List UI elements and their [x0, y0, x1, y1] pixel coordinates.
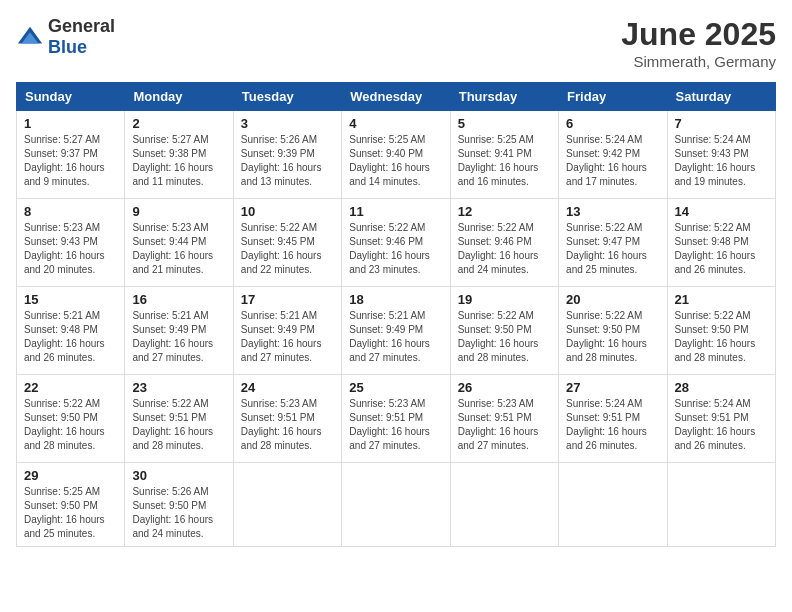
- table-cell: 10Sunrise: 5:22 AMSunset: 9:45 PMDayligh…: [233, 199, 341, 287]
- day-info: Sunrise: 5:22 AMSunset: 9:50 PMDaylight:…: [566, 309, 659, 365]
- day-info: Sunrise: 5:23 AMSunset: 9:51 PMDaylight:…: [349, 397, 442, 453]
- table-cell: 1Sunrise: 5:27 AMSunset: 9:37 PMDaylight…: [17, 111, 125, 199]
- table-cell: 30Sunrise: 5:26 AMSunset: 9:50 PMDayligh…: [125, 463, 233, 547]
- table-cell: 2Sunrise: 5:27 AMSunset: 9:38 PMDaylight…: [125, 111, 233, 199]
- table-cell: [559, 463, 667, 547]
- day-number: 14: [675, 204, 768, 219]
- day-info: Sunrise: 5:26 AMSunset: 9:39 PMDaylight:…: [241, 133, 334, 189]
- day-info: Sunrise: 5:23 AMSunset: 9:43 PMDaylight:…: [24, 221, 117, 277]
- logo-text: General Blue: [48, 16, 115, 58]
- day-info: Sunrise: 5:21 AMSunset: 9:49 PMDaylight:…: [132, 309, 225, 365]
- day-number: 1: [24, 116, 117, 131]
- week-row: 8Sunrise: 5:23 AMSunset: 9:43 PMDaylight…: [17, 199, 776, 287]
- logo: General Blue: [16, 16, 115, 58]
- day-info: Sunrise: 5:22 AMSunset: 9:48 PMDaylight:…: [675, 221, 768, 277]
- table-cell: 28Sunrise: 5:24 AMSunset: 9:51 PMDayligh…: [667, 375, 775, 463]
- day-info: Sunrise: 5:26 AMSunset: 9:50 PMDaylight:…: [132, 485, 225, 541]
- day-info: Sunrise: 5:22 AMSunset: 9:45 PMDaylight:…: [241, 221, 334, 277]
- day-number: 26: [458, 380, 551, 395]
- header-saturday: Saturday: [667, 83, 775, 111]
- logo-blue: Blue: [48, 37, 87, 57]
- day-number: 4: [349, 116, 442, 131]
- day-info: Sunrise: 5:24 AMSunset: 9:51 PMDaylight:…: [566, 397, 659, 453]
- table-cell: 23Sunrise: 5:22 AMSunset: 9:51 PMDayligh…: [125, 375, 233, 463]
- table-cell: 16Sunrise: 5:21 AMSunset: 9:49 PMDayligh…: [125, 287, 233, 375]
- table-cell: 19Sunrise: 5:22 AMSunset: 9:50 PMDayligh…: [450, 287, 558, 375]
- table-cell: 15Sunrise: 5:21 AMSunset: 9:48 PMDayligh…: [17, 287, 125, 375]
- table-cell: 6Sunrise: 5:24 AMSunset: 9:42 PMDaylight…: [559, 111, 667, 199]
- day-number: 25: [349, 380, 442, 395]
- day-number: 20: [566, 292, 659, 307]
- day-number: 6: [566, 116, 659, 131]
- day-info: Sunrise: 5:22 AMSunset: 9:50 PMDaylight:…: [458, 309, 551, 365]
- day-number: 8: [24, 204, 117, 219]
- day-info: Sunrise: 5:21 AMSunset: 9:48 PMDaylight:…: [24, 309, 117, 365]
- day-number: 29: [24, 468, 117, 483]
- day-number: 13: [566, 204, 659, 219]
- day-number: 3: [241, 116, 334, 131]
- day-number: 10: [241, 204, 334, 219]
- day-number: 17: [241, 292, 334, 307]
- day-info: Sunrise: 5:21 AMSunset: 9:49 PMDaylight:…: [349, 309, 442, 365]
- calendar-table: Sunday Monday Tuesday Wednesday Thursday…: [16, 82, 776, 547]
- day-number: 5: [458, 116, 551, 131]
- table-cell: 21Sunrise: 5:22 AMSunset: 9:50 PMDayligh…: [667, 287, 775, 375]
- day-info: Sunrise: 5:22 AMSunset: 9:50 PMDaylight:…: [24, 397, 117, 453]
- day-number: 11: [349, 204, 442, 219]
- day-number: 2: [132, 116, 225, 131]
- week-row: 22Sunrise: 5:22 AMSunset: 9:50 PMDayligh…: [17, 375, 776, 463]
- day-info: Sunrise: 5:24 AMSunset: 9:51 PMDaylight:…: [675, 397, 768, 453]
- table-cell: 11Sunrise: 5:22 AMSunset: 9:46 PMDayligh…: [342, 199, 450, 287]
- day-number: 23: [132, 380, 225, 395]
- day-info: Sunrise: 5:23 AMSunset: 9:44 PMDaylight:…: [132, 221, 225, 277]
- day-info: Sunrise: 5:25 AMSunset: 9:50 PMDaylight:…: [24, 485, 117, 541]
- table-cell: 25Sunrise: 5:23 AMSunset: 9:51 PMDayligh…: [342, 375, 450, 463]
- table-cell: 8Sunrise: 5:23 AMSunset: 9:43 PMDaylight…: [17, 199, 125, 287]
- day-info: Sunrise: 5:21 AMSunset: 9:49 PMDaylight:…: [241, 309, 334, 365]
- table-cell: 24Sunrise: 5:23 AMSunset: 9:51 PMDayligh…: [233, 375, 341, 463]
- title-block: June 2025 Simmerath, Germany: [621, 16, 776, 70]
- table-cell: 17Sunrise: 5:21 AMSunset: 9:49 PMDayligh…: [233, 287, 341, 375]
- table-cell: 27Sunrise: 5:24 AMSunset: 9:51 PMDayligh…: [559, 375, 667, 463]
- day-info: Sunrise: 5:24 AMSunset: 9:42 PMDaylight:…: [566, 133, 659, 189]
- table-cell: 14Sunrise: 5:22 AMSunset: 9:48 PMDayligh…: [667, 199, 775, 287]
- weekday-header-row: Sunday Monday Tuesday Wednesday Thursday…: [17, 83, 776, 111]
- day-number: 18: [349, 292, 442, 307]
- day-number: 21: [675, 292, 768, 307]
- day-info: Sunrise: 5:25 AMSunset: 9:40 PMDaylight:…: [349, 133, 442, 189]
- day-number: 9: [132, 204, 225, 219]
- table-cell: [450, 463, 558, 547]
- day-number: 19: [458, 292, 551, 307]
- table-cell: [233, 463, 341, 547]
- day-number: 28: [675, 380, 768, 395]
- month-title: June 2025: [621, 16, 776, 53]
- day-info: Sunrise: 5:27 AMSunset: 9:37 PMDaylight:…: [24, 133, 117, 189]
- location: Simmerath, Germany: [621, 53, 776, 70]
- day-info: Sunrise: 5:23 AMSunset: 9:51 PMDaylight:…: [241, 397, 334, 453]
- day-number: 30: [132, 468, 225, 483]
- table-cell: 7Sunrise: 5:24 AMSunset: 9:43 PMDaylight…: [667, 111, 775, 199]
- day-info: Sunrise: 5:24 AMSunset: 9:43 PMDaylight:…: [675, 133, 768, 189]
- table-cell: 5Sunrise: 5:25 AMSunset: 9:41 PMDaylight…: [450, 111, 558, 199]
- logo-icon: [16, 23, 44, 51]
- header-tuesday: Tuesday: [233, 83, 341, 111]
- table-cell: 12Sunrise: 5:22 AMSunset: 9:46 PMDayligh…: [450, 199, 558, 287]
- day-info: Sunrise: 5:25 AMSunset: 9:41 PMDaylight:…: [458, 133, 551, 189]
- day-info: Sunrise: 5:22 AMSunset: 9:50 PMDaylight:…: [675, 309, 768, 365]
- day-info: Sunrise: 5:22 AMSunset: 9:51 PMDaylight:…: [132, 397, 225, 453]
- page-header: General Blue June 2025 Simmerath, German…: [16, 16, 776, 70]
- day-number: 27: [566, 380, 659, 395]
- day-number: 7: [675, 116, 768, 131]
- table-cell: 4Sunrise: 5:25 AMSunset: 9:40 PMDaylight…: [342, 111, 450, 199]
- table-cell: 26Sunrise: 5:23 AMSunset: 9:51 PMDayligh…: [450, 375, 558, 463]
- header-thursday: Thursday: [450, 83, 558, 111]
- table-cell: [667, 463, 775, 547]
- header-sunday: Sunday: [17, 83, 125, 111]
- day-info: Sunrise: 5:22 AMSunset: 9:47 PMDaylight:…: [566, 221, 659, 277]
- table-cell: 3Sunrise: 5:26 AMSunset: 9:39 PMDaylight…: [233, 111, 341, 199]
- header-wednesday: Wednesday: [342, 83, 450, 111]
- table-cell: 20Sunrise: 5:22 AMSunset: 9:50 PMDayligh…: [559, 287, 667, 375]
- logo-general: General: [48, 16, 115, 36]
- week-row: 15Sunrise: 5:21 AMSunset: 9:48 PMDayligh…: [17, 287, 776, 375]
- day-info: Sunrise: 5:23 AMSunset: 9:51 PMDaylight:…: [458, 397, 551, 453]
